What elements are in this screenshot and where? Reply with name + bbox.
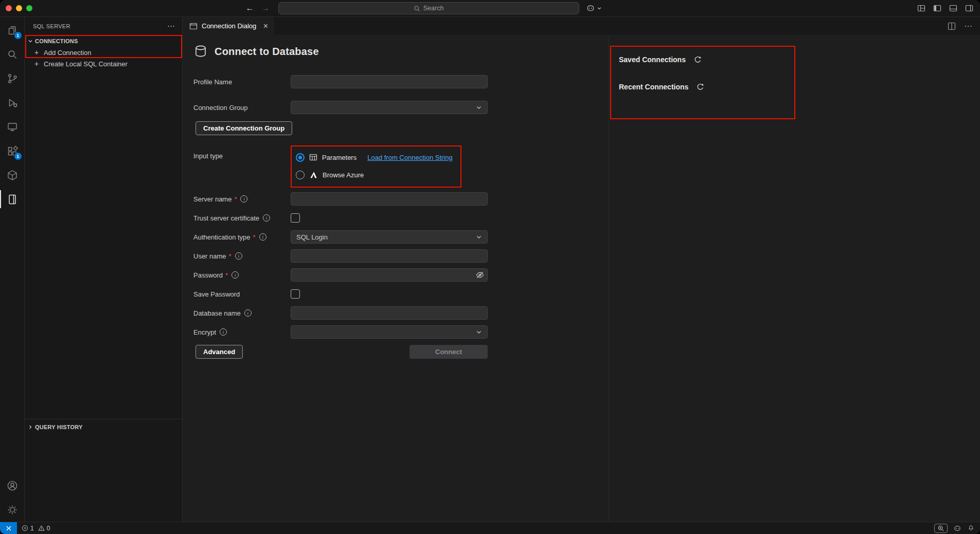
extensions-badge: 1 bbox=[14, 152, 22, 160]
connections-panel: Saved Connections Recent Connections bbox=[609, 35, 980, 522]
status-bar: 1 0 bbox=[0, 522, 980, 534]
password-input[interactable] bbox=[291, 268, 488, 282]
warning-count: 0 bbox=[47, 525, 50, 532]
input-type-label: Input type bbox=[193, 152, 223, 160]
authentication-type-label: Authentication type bbox=[193, 233, 251, 241]
trust-server-certificate-label: Trust server certificate bbox=[193, 214, 259, 222]
connection-group-select[interactable] bbox=[291, 101, 488, 114]
saved-connections-title: Saved Connections bbox=[619, 56, 686, 64]
problems-status[interactable]: 1 0 bbox=[17, 525, 52, 532]
close-tab-icon[interactable]: × bbox=[263, 22, 268, 30]
toggle-password-visibility-icon[interactable] bbox=[476, 271, 484, 279]
user-name-input[interactable] bbox=[291, 249, 488, 263]
copilot-status-icon[interactable] bbox=[953, 524, 961, 532]
connections-section-label: CONNECTIONS bbox=[35, 38, 78, 44]
navigate-forward-icon[interactable]: → bbox=[262, 4, 270, 13]
refresh-recent-connections-icon[interactable] bbox=[696, 83, 704, 91]
info-icon[interactable]: i bbox=[263, 214, 270, 222]
split-editor-icon[interactable] bbox=[948, 22, 956, 30]
server-name-input[interactable] bbox=[291, 192, 488, 206]
more-actions-icon[interactable]: ⋯ bbox=[167, 22, 175, 30]
parameters-option-label[interactable]: Parameters bbox=[322, 154, 357, 161]
search-view-icon[interactable] bbox=[0, 42, 25, 66]
profile-name-label: Profile Name bbox=[193, 78, 232, 86]
input-type-annotation-box: Parameters Load from Connection String bbox=[291, 145, 461, 188]
password-label: Password bbox=[193, 271, 223, 279]
create-connection-group-button[interactable]: Create Connection Group bbox=[195, 121, 292, 135]
copilot-menu-button[interactable] bbox=[586, 4, 602, 13]
parameters-radio[interactable] bbox=[296, 153, 305, 162]
titlebar: ← → Search bbox=[0, 0, 980, 17]
authentication-type-select[interactable]: SQL Login bbox=[291, 230, 488, 244]
database-name-label: Database name bbox=[193, 309, 241, 317]
remote-explorer-icon[interactable] bbox=[0, 115, 25, 139]
recent-connections-title: Recent Connections bbox=[619, 83, 688, 91]
editor-more-actions-icon[interactable]: ⋯ bbox=[964, 21, 972, 31]
tab-connection-dialog[interactable]: Connection Dialog × bbox=[183, 17, 274, 35]
accounts-icon[interactable] bbox=[0, 473, 25, 498]
error-count: 1 bbox=[30, 525, 34, 532]
info-icon[interactable]: i bbox=[244, 309, 252, 317]
encrypt-select[interactable] bbox=[291, 325, 488, 339]
browse-azure-radio[interactable] bbox=[296, 171, 305, 179]
info-icon[interactable]: i bbox=[240, 195, 247, 202]
explorer-badge: 1 bbox=[14, 31, 22, 40]
customize-layout-icon[interactable] bbox=[917, 4, 925, 12]
explorer-icon[interactable]: 1 bbox=[0, 18, 25, 42]
chevron-down-icon bbox=[476, 329, 482, 335]
required-marker: * bbox=[229, 252, 231, 260]
info-icon[interactable]: i bbox=[259, 233, 266, 241]
source-control-icon[interactable] bbox=[0, 66, 25, 90]
profile-name-input[interactable] bbox=[291, 75, 488, 88]
activity-bar: 1 bbox=[0, 17, 25, 522]
create-local-sql-container-item[interactable]: + Create Local SQL Container bbox=[25, 58, 182, 69]
sql-server-view-icon[interactable] bbox=[0, 187, 25, 211]
info-icon[interactable]: i bbox=[235, 252, 242, 260]
maximize-window-button[interactable] bbox=[26, 5, 32, 11]
plus-icon: + bbox=[33, 60, 40, 68]
toggle-secondary-sidebar-icon[interactable] bbox=[965, 4, 973, 12]
search-icon bbox=[414, 5, 420, 12]
search-placeholder: Search bbox=[423, 5, 444, 12]
query-history-section-header[interactable]: QUERY HISTORY bbox=[25, 421, 182, 433]
close-window-button[interactable] bbox=[6, 5, 12, 11]
save-password-checkbox[interactable] bbox=[291, 289, 300, 299]
refresh-saved-connections-icon[interactable] bbox=[693, 56, 702, 64]
azure-icon bbox=[309, 171, 318, 179]
database-name-input[interactable] bbox=[291, 306, 488, 320]
add-connection-item[interactable]: + Add Connection bbox=[25, 47, 182, 58]
extensions-icon[interactable]: 1 bbox=[0, 139, 25, 163]
chevron-right-icon bbox=[27, 423, 34, 431]
warning-icon bbox=[38, 525, 45, 531]
browse-azure-option-label[interactable]: Browse Azure bbox=[323, 171, 364, 179]
connection-dialog-tab-icon bbox=[189, 22, 198, 30]
zoom-status-button[interactable] bbox=[934, 524, 948, 533]
server-name-label: Server name bbox=[193, 195, 231, 203]
load-from-connection-string-link[interactable]: Load from Connection String bbox=[367, 154, 452, 161]
save-password-label: Save Password bbox=[193, 290, 240, 298]
remote-indicator[interactable] bbox=[0, 522, 17, 534]
advanced-button[interactable]: Advanced bbox=[195, 345, 243, 359]
navigate-back-icon[interactable]: ← bbox=[246, 4, 254, 13]
query-history-section: QUERY HISTORY bbox=[25, 419, 182, 522]
user-name-label: User name bbox=[193, 252, 226, 260]
chevron-down-icon bbox=[476, 104, 482, 111]
minimize-window-button[interactable] bbox=[16, 5, 22, 11]
toggle-panel-icon[interactable] bbox=[949, 4, 957, 12]
required-marker: * bbox=[234, 195, 237, 203]
toggle-primary-sidebar-icon[interactable] bbox=[933, 4, 941, 12]
traffic-lights bbox=[0, 5, 41, 11]
settings-gear-icon[interactable] bbox=[0, 498, 25, 522]
command-center-search[interactable]: Search bbox=[278, 2, 579, 14]
info-icon[interactable]: i bbox=[231, 271, 239, 279]
run-debug-icon[interactable] bbox=[0, 90, 25, 115]
chevron-down-icon bbox=[476, 234, 482, 240]
notifications-bell-icon[interactable] bbox=[967, 524, 975, 532]
connect-button[interactable]: Connect bbox=[409, 345, 488, 359]
info-icon[interactable]: i bbox=[220, 328, 227, 336]
connections-section-header[interactable]: CONNECTIONS bbox=[25, 35, 182, 47]
containers-icon[interactable] bbox=[0, 163, 25, 187]
trust-server-certificate-checkbox[interactable] bbox=[291, 213, 300, 223]
connection-dialog-webview: Connect to Database Profile Name Connect… bbox=[183, 35, 980, 522]
authentication-type-value: SQL Login bbox=[296, 233, 328, 241]
